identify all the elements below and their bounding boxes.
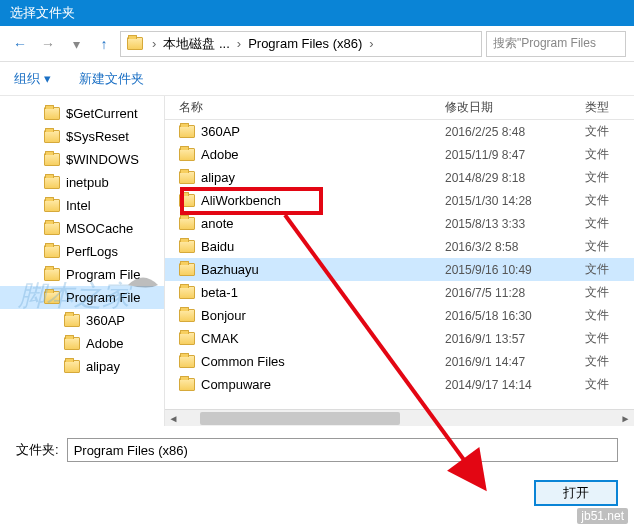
row-date: 2014/8/29 8:18 — [445, 171, 585, 185]
breadcrumb-item[interactable]: Program Files (x86) — [244, 36, 366, 51]
row-name: anote — [201, 216, 234, 231]
tree-item-label: Program File — [66, 267, 140, 282]
scroll-right-icon[interactable]: ► — [617, 413, 634, 424]
folder-field-label: 文件夹: — [16, 441, 59, 459]
folder-icon — [64, 360, 80, 373]
column-date[interactable]: 修改日期 — [445, 99, 585, 116]
tree-item[interactable]: 360AP — [0, 309, 164, 332]
tree-item[interactable]: $GetCurrent — [0, 102, 164, 125]
table-row[interactable]: 360AP2016/2/25 8:48文件 — [165, 120, 634, 143]
row-name: 360AP — [201, 124, 240, 139]
row-name: alipay — [201, 170, 235, 185]
tree-item-label: MSOCache — [66, 221, 133, 236]
table-row[interactable]: AliWorkbench2015/1/30 14:28文件 — [165, 189, 634, 212]
search-placeholder: 搜索"Program Files — [493, 35, 596, 52]
tree-item-label: $WINDOWS — [66, 152, 139, 167]
folder-icon — [44, 130, 60, 143]
folder-icon — [179, 355, 195, 368]
new-folder-button[interactable]: 新建文件夹 — [79, 70, 144, 88]
tree-item-label: 360AP — [86, 313, 125, 328]
row-date: 2014/9/17 14:14 — [445, 378, 585, 392]
search-input[interactable]: 搜索"Program Files — [486, 31, 626, 57]
tree-item-label: Intel — [66, 198, 91, 213]
tree-item[interactable]: Intel — [0, 194, 164, 217]
row-type: 文件 — [585, 192, 634, 209]
history-dropdown[interactable]: ▾ — [64, 32, 88, 56]
tree-item-label: alipay — [86, 359, 120, 374]
row-date: 2015/11/9 8:47 — [445, 148, 585, 162]
row-date: 2015/1/30 14:28 — [445, 194, 585, 208]
folder-icon — [179, 332, 195, 345]
folder-icon — [44, 199, 60, 212]
tree-item[interactable]: PerfLogs — [0, 240, 164, 263]
tree-item[interactable]: Adobe — [0, 332, 164, 355]
tree-item[interactable]: $SysReset — [0, 125, 164, 148]
column-name[interactable]: 名称 — [165, 99, 445, 116]
table-row[interactable]: Baidu2016/3/2 8:58文件 — [165, 235, 634, 258]
address-bar[interactable]: › 本地磁盘 ... › Program Files (x86) › — [120, 31, 482, 57]
scrollbar-thumb[interactable] — [200, 412, 400, 425]
row-date: 2016/7/5 11:28 — [445, 286, 585, 300]
back-button[interactable]: ← — [8, 32, 32, 56]
table-row[interactable]: Bonjour2016/5/18 16:30文件 — [165, 304, 634, 327]
dialog-footer: 文件夹: 打开 — [0, 426, 634, 506]
table-row[interactable]: beta-12016/7/5 11:28文件 — [165, 281, 634, 304]
up-button[interactable]: ↑ — [92, 32, 116, 56]
row-type: 文件 — [585, 284, 634, 301]
breadcrumb-item[interactable]: 本地磁盘 ... — [159, 35, 233, 53]
row-name: Common Files — [201, 354, 285, 369]
folder-icon — [179, 125, 195, 138]
tree-item-label: $GetCurrent — [66, 106, 138, 121]
table-row[interactable]: Common Files2016/9/1 14:47文件 — [165, 350, 634, 373]
folder-icon — [64, 314, 80, 327]
folder-icon — [179, 148, 195, 161]
column-type[interactable]: 类型 — [585, 99, 634, 116]
row-date: 2015/8/13 3:33 — [445, 217, 585, 231]
table-row[interactable]: CMAK2016/9/1 13:57文件 — [165, 327, 634, 350]
tree-item-label: Adobe — [86, 336, 124, 351]
tree-item-label: Program File — [66, 290, 140, 305]
row-type: 文件 — [585, 169, 634, 186]
row-date: 2016/9/1 13:57 — [445, 332, 585, 346]
row-type: 文件 — [585, 261, 634, 278]
tree-item[interactable]: $WINDOWS — [0, 148, 164, 171]
file-rows: 360AP2016/2/25 8:48文件Adobe2015/11/9 8:47… — [165, 120, 634, 409]
table-row[interactable]: anote2015/8/13 3:33文件 — [165, 212, 634, 235]
open-button[interactable]: 打开 — [534, 480, 618, 506]
table-row[interactable]: alipay2014/8/29 8:18文件 — [165, 166, 634, 189]
row-type: 文件 — [585, 307, 634, 324]
folder-tree[interactable]: $GetCurrent$SysReset$WINDOWSinetpubIntel… — [0, 96, 165, 426]
chevron-right-icon: › — [366, 36, 376, 51]
folder-icon — [179, 263, 195, 276]
folder-icon — [127, 37, 143, 50]
tree-item[interactable]: alipay — [0, 355, 164, 378]
tree-item-label: PerfLogs — [66, 244, 118, 259]
tree-item[interactable]: inetpub — [0, 171, 164, 194]
column-headers: 名称 修改日期 类型 — [165, 96, 634, 120]
row-name: Adobe — [201, 147, 239, 162]
table-row[interactable]: Adobe2015/11/9 8:47文件 — [165, 143, 634, 166]
folder-icon — [179, 286, 195, 299]
navigation-bar: ← → ▾ ↑ › 本地磁盘 ... › Program Files (x86)… — [0, 26, 634, 62]
row-name: Bonjour — [201, 308, 246, 323]
folder-icon — [179, 217, 195, 230]
table-row[interactable]: Bazhuayu2015/9/16 10:49文件 — [165, 258, 634, 281]
row-type: 文件 — [585, 353, 634, 370]
tree-item[interactable]: MSOCache — [0, 217, 164, 240]
folder-icon — [44, 153, 60, 166]
window-title: 选择文件夹 — [0, 0, 634, 26]
row-name: Baidu — [201, 239, 234, 254]
row-date: 2016/2/25 8:48 — [445, 125, 585, 139]
forward-button[interactable]: → — [36, 32, 60, 56]
tree-item[interactable]: Program File — [0, 263, 164, 286]
horizontal-scrollbar[interactable]: ◄ ► — [165, 409, 634, 426]
folder-name-input[interactable] — [67, 438, 618, 462]
file-list: 名称 修改日期 类型 360AP2016/2/25 8:48文件Adobe201… — [165, 96, 634, 426]
table-row[interactable]: Compuware2014/9/17 14:14文件 — [165, 373, 634, 396]
tree-item[interactable]: Program File — [0, 286, 164, 309]
folder-icon — [44, 176, 60, 189]
folder-icon — [179, 309, 195, 322]
organize-menu[interactable]: 组织 ▾ — [14, 70, 51, 88]
row-type: 文件 — [585, 376, 634, 393]
scroll-left-icon[interactable]: ◄ — [165, 413, 182, 424]
